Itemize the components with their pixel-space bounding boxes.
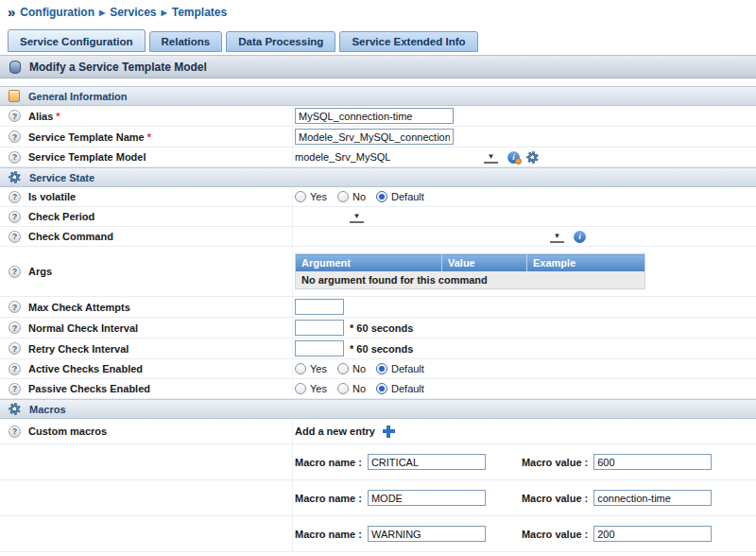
retry-check-interval-input[interactable] — [295, 340, 344, 356]
max-check-attempts-label-cell: ? Max Check Attempts — [0, 297, 293, 317]
service-template-model-select[interactable]: modele_Srv_MySQL ▼ — [295, 151, 498, 164]
help-icon[interactable]: ? — [9, 383, 21, 395]
macro-name-label: Macro name : — [295, 529, 362, 540]
max-check-attempts-input[interactable] — [295, 299, 344, 315]
macro-row-fields: Macro name : Macro value : — [293, 524, 756, 544]
gear-icon — [9, 403, 21, 415]
radio-icon[interactable] — [337, 383, 349, 394]
tab-data-processing[interactable]: Data Processing — [226, 31, 335, 52]
radio-option-no[interactable]: No — [337, 363, 366, 374]
gear-icon — [9, 171, 21, 183]
normal-check-interval-label-cell: ? Normal Check Interval — [0, 318, 293, 338]
breadcrumb-link-templates[interactable]: Templates — [172, 6, 227, 19]
note-icon — [9, 90, 20, 102]
seconds-suffix: * 60 seconds — [350, 343, 413, 355]
retry-check-interval-field-cell: * 60 seconds — [293, 339, 756, 358]
radio-option-yes[interactable]: Yes — [295, 363, 327, 374]
help-icon[interactable]: ? — [9, 426, 21, 438]
add-entry-label: Add a new entry — [295, 426, 375, 437]
service-template-name-field-cell — [293, 127, 756, 147]
radio-icon[interactable] — [337, 363, 349, 374]
breadcrumb-link-services[interactable]: Services — [110, 6, 156, 19]
help-icon[interactable]: ? — [9, 130, 21, 143]
macro-value-input[interactable] — [593, 526, 712, 542]
is-volatile-label-cell: ? Is volatile — [0, 187, 293, 206]
passive-checks-label-cell: ? Passive Checks Enabled — [0, 379, 293, 398]
radio-option-yes[interactable]: Yes — [295, 191, 327, 202]
help-icon[interactable]: ? — [9, 363, 21, 375]
radio-label: No — [352, 191, 366, 202]
radio-icon[interactable] — [376, 363, 387, 374]
help-icon[interactable]: ? — [9, 321, 21, 334]
form-row-passive-checks-enabled: ? Passive Checks Enabled Yes No Default — [0, 379, 756, 399]
help-icon[interactable]: ? — [9, 191, 21, 203]
radio-icon[interactable] — [376, 383, 387, 394]
active-checks-label: Active Checks Enabled — [28, 363, 143, 374]
alias-field-cell — [293, 106, 756, 126]
breadcrumb-link-configuration[interactable]: Configuration — [20, 6, 94, 19]
form-row-retry-check-interval: ? Retry Check Interval * 60 seconds — [0, 339, 756, 359]
tab-service-extended-info[interactable]: Service Extended Info — [339, 31, 477, 52]
check-command-label: Check Command — [28, 231, 113, 242]
args-col-argument: Argument — [296, 254, 442, 272]
radio-icon[interactable] — [295, 383, 306, 394]
macro-name-label: Macro name : — [295, 493, 362, 504]
dropdown-arrow-icon[interactable]: ▼ — [550, 231, 564, 243]
passive-checks-radio-group: Yes No Default — [295, 383, 435, 394]
help-icon[interactable]: ? — [9, 151, 21, 164]
radio-option-default[interactable]: Default — [376, 363, 424, 374]
gear-icon[interactable] — [526, 151, 539, 164]
page-title: Modify a Service Template Model — [29, 61, 207, 74]
add-macro-icon[interactable] — [383, 426, 395, 438]
help-icon[interactable]: ? — [9, 266, 21, 278]
macro-name-input[interactable] — [368, 454, 486, 470]
radio-icon[interactable] — [376, 191, 387, 202]
macro-row-label-cell — [0, 516, 293, 551]
macro-row-warning: Macro name : Macro value : — [0, 516, 756, 552]
form-row-custom-macros: ? Custom macros Add a new entry — [0, 419, 756, 444]
template-info-icon[interactable]: i — [507, 151, 520, 164]
radio-option-no[interactable]: No — [337, 383, 366, 394]
breadcrumb: » Configuration ▶ Services ▶ Templates — [0, 0, 756, 24]
radio-option-default[interactable]: Default — [376, 191, 424, 202]
radio-label: Yes — [310, 191, 327, 202]
service-template-model-value: modele_Srv_MySQL — [295, 151, 482, 163]
dropdown-arrow-icon[interactable]: ▼ — [484, 151, 498, 164]
radio-option-no[interactable]: No — [337, 191, 366, 202]
alias-input[interactable] — [295, 108, 454, 124]
help-icon[interactable]: ? — [9, 110, 21, 122]
args-empty-row: No argument found for this command — [296, 271, 645, 289]
radio-icon[interactable] — [295, 363, 306, 374]
radio-icon[interactable] — [337, 191, 349, 202]
is-volatile-label: Is volatile — [28, 191, 76, 202]
radio-label: Default — [391, 363, 424, 374]
retry-check-interval-label: Retry Check Interval — [28, 343, 129, 355]
check-command-field-cell: ▼ i — [293, 229, 756, 245]
radio-icon[interactable] — [295, 191, 306, 202]
radio-option-yes[interactable]: Yes — [295, 383, 327, 394]
help-icon[interactable]: ? — [9, 231, 21, 243]
macro-value-input[interactable] — [593, 454, 712, 470]
info-icon[interactable]: i — [574, 231, 586, 243]
service-template-name-label: Service Template Name — [28, 131, 145, 143]
macro-value-input[interactable] — [593, 490, 712, 506]
form-row-alias: ? Alias * — [0, 106, 756, 127]
macro-name-input[interactable] — [368, 490, 486, 506]
service-template-name-input[interactable] — [295, 129, 454, 145]
check-command-select[interactable]: ▼ — [295, 231, 564, 243]
help-icon[interactable]: ? — [9, 211, 21, 223]
check-period-select[interactable]: ▼ — [295, 211, 364, 223]
radio-option-default[interactable]: Default — [376, 383, 424, 394]
macro-name-input[interactable] — [368, 526, 486, 542]
macro-row-mode: Macro name : Macro value : — [0, 480, 756, 516]
tab-service-configuration[interactable]: Service Configuration — [8, 29, 146, 52]
form-row-active-checks-enabled: ? Active Checks Enabled Yes No Default — [0, 359, 756, 379]
double-arrow-icon: » — [8, 8, 15, 17]
tab-relations[interactable]: Relations — [149, 31, 223, 52]
dropdown-arrow-icon[interactable]: ▼ — [350, 211, 364, 223]
form-row-service-template-model: ? Service Template Model modele_Srv_MySQ… — [0, 148, 756, 167]
help-icon[interactable]: ? — [9, 342, 21, 355]
normal-check-interval-input[interactable] — [295, 320, 344, 336]
help-icon[interactable]: ? — [9, 301, 21, 313]
macro-value-label: Macro value : — [522, 457, 588, 468]
